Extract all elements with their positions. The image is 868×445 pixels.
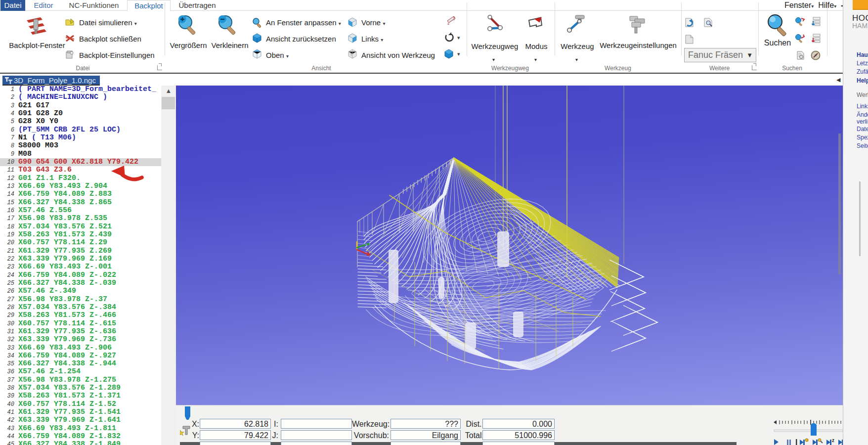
svg-text:T: T <box>350 52 352 57</box>
svg-text:z: z <box>832 438 834 443</box>
